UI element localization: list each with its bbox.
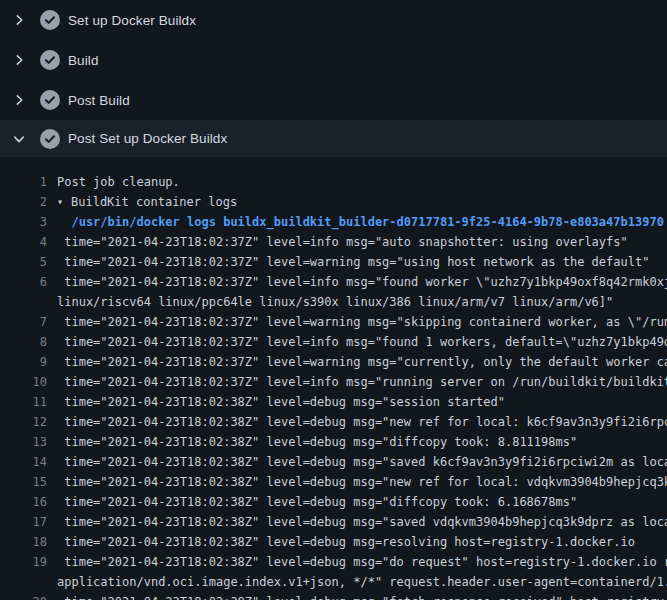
line-number[interactable]: 6 bbox=[0, 272, 47, 292]
log-line: 6 time="2021-04-23T18:02:37Z" level=info… bbox=[0, 272, 667, 292]
log-group-header[interactable]: 2 ▾BuildKit container logs bbox=[0, 192, 667, 212]
line-number[interactable]: 5 bbox=[0, 252, 47, 272]
log-text: time="2021-04-23T18:02:37Z" level=warnin… bbox=[57, 312, 667, 332]
log-line: 15 time="2021-04-23T18:02:38Z" level=deb… bbox=[0, 472, 667, 492]
log-text: Post job cleanup. bbox=[57, 172, 180, 192]
log-line-wrap: application/vnd.oci.image.index.v1+json,… bbox=[0, 572, 667, 592]
step-success-check-icon bbox=[40, 50, 60, 70]
log-line: 10 time="2021-04-23T18:02:37Z" level=inf… bbox=[0, 372, 667, 392]
log-text: time="2021-04-23T18:02:38Z" level=debug … bbox=[57, 432, 577, 452]
step-label: Set up Docker Buildx bbox=[68, 13, 196, 28]
log-text: time="2021-04-23T18:02:37Z" level=info m… bbox=[57, 372, 667, 392]
line-number[interactable]: 11 bbox=[0, 392, 47, 412]
line-number[interactable]: 10 bbox=[0, 372, 47, 392]
line-number[interactable]: 3 bbox=[0, 212, 47, 232]
log-line: 3 /usr/bin/docker logs buildx_buildkit_b… bbox=[0, 212, 667, 232]
log-line: 20 time="2021-04-23T18:02:38Z" level=deb… bbox=[0, 592, 667, 600]
log-command-text: /usr/bin/docker logs buildx_buildkit_bui… bbox=[57, 212, 664, 232]
step-success-check-icon bbox=[40, 90, 60, 110]
log-line: 13 time="2021-04-23T18:02:38Z" level=deb… bbox=[0, 432, 667, 452]
step-label: Post Set up Docker Buildx bbox=[68, 131, 227, 146]
line-number[interactable]: 14 bbox=[0, 452, 47, 472]
actions-log-viewer: Set up Docker Buildx Build Post Build Po… bbox=[0, 0, 667, 600]
group-label[interactable]: BuildKit container logs bbox=[71, 195, 237, 209]
log-line: 14 time="2021-04-23T18:02:38Z" level=deb… bbox=[0, 452, 667, 472]
log-line: 16 time="2021-04-23T18:02:38Z" level=deb… bbox=[0, 492, 667, 512]
log-text: time="2021-04-23T18:02:37Z" level=info m… bbox=[57, 272, 667, 292]
step-row-set-up-docker-buildx[interactable]: Set up Docker Buildx bbox=[0, 0, 667, 40]
log-line: 8 time="2021-04-23T18:02:37Z" level=info… bbox=[0, 332, 667, 352]
line-number[interactable]: 7 bbox=[0, 312, 47, 332]
log-text: time="2021-04-23T18:02:38Z" level=debug … bbox=[57, 592, 667, 600]
log-text: application/vnd.oci.image.index.v1+json,… bbox=[57, 572, 667, 592]
line-number[interactable]: 15 bbox=[0, 472, 47, 492]
group-toggle-icon[interactable]: ▾ bbox=[57, 192, 66, 212]
step-label: Post Build bbox=[68, 93, 130, 108]
line-number[interactable]: 1 bbox=[0, 172, 47, 192]
chevron-right-icon[interactable] bbox=[12, 94, 25, 107]
step-row-build[interactable]: Build bbox=[0, 40, 667, 80]
log-text: time="2021-04-23T18:02:37Z" level=info m… bbox=[57, 232, 628, 252]
log-text: time="2021-04-23T18:02:38Z" level=debug … bbox=[57, 492, 577, 512]
log-text: linux/riscv64 linux/ppc64le linux/s390x … bbox=[57, 292, 613, 312]
line-number[interactable]: 2 bbox=[0, 192, 47, 212]
chevron-right-icon[interactable] bbox=[12, 54, 25, 67]
log-text: time="2021-04-23T18:02:38Z" level=debug … bbox=[57, 532, 635, 552]
step-success-check-icon bbox=[40, 129, 60, 149]
line-number bbox=[0, 572, 47, 592]
log-text: time="2021-04-23T18:02:38Z" level=debug … bbox=[57, 392, 505, 412]
log-line: 9 time="2021-04-23T18:02:37Z" level=warn… bbox=[0, 352, 667, 372]
log-pane: 1 Post job cleanup. 2 ▾BuildKit containe… bbox=[0, 157, 667, 600]
log-line: 7 time="2021-04-23T18:02:37Z" level=warn… bbox=[0, 312, 667, 332]
log-line: 5 time="2021-04-23T18:02:37Z" level=warn… bbox=[0, 252, 667, 272]
log-line: 12 time="2021-04-23T18:02:38Z" level=deb… bbox=[0, 412, 667, 432]
line-number[interactable]: 18 bbox=[0, 532, 47, 552]
chevron-right-icon[interactable] bbox=[12, 14, 25, 27]
log-line: 11 time="2021-04-23T18:02:38Z" level=deb… bbox=[0, 392, 667, 412]
line-number[interactable]: 17 bbox=[0, 512, 47, 532]
log-text: time="2021-04-23T18:02:38Z" level=debug … bbox=[57, 552, 667, 572]
log-line-wrap: linux/riscv64 linux/ppc64le linux/s390x … bbox=[0, 292, 667, 312]
log-text: time="2021-04-23T18:02:38Z" level=debug … bbox=[57, 452, 667, 472]
log-text: time="2021-04-23T18:02:38Z" level=debug … bbox=[57, 472, 667, 492]
log-text: time="2021-04-23T18:02:37Z" level=info m… bbox=[57, 332, 667, 352]
log-text: time="2021-04-23T18:02:37Z" level=warnin… bbox=[57, 252, 649, 272]
line-number[interactable]: 9 bbox=[0, 352, 47, 372]
step-row-post-build[interactable]: Post Build bbox=[0, 80, 667, 120]
log-line: 17 time="2021-04-23T18:02:38Z" level=deb… bbox=[0, 512, 667, 532]
line-number[interactable]: 20 bbox=[0, 592, 47, 600]
log-line: 4 time="2021-04-23T18:02:37Z" level=info… bbox=[0, 232, 667, 252]
log-text: time="2021-04-23T18:02:38Z" level=debug … bbox=[57, 512, 667, 532]
line-number[interactable]: 19 bbox=[0, 552, 47, 572]
log-line: 18 time="2021-04-23T18:02:38Z" level=deb… bbox=[0, 532, 667, 552]
step-success-check-icon bbox=[40, 10, 60, 30]
log-text: time="2021-04-23T18:02:37Z" level=warnin… bbox=[57, 352, 667, 372]
log-line: 1 Post job cleanup. bbox=[0, 172, 667, 192]
line-number[interactable]: 4 bbox=[0, 232, 47, 252]
line-number[interactable]: 12 bbox=[0, 412, 47, 432]
log-text: time="2021-04-23T18:02:38Z" level=debug … bbox=[57, 412, 667, 432]
line-number[interactable]: 13 bbox=[0, 432, 47, 452]
line-number bbox=[0, 292, 47, 312]
log-line: 19 time="2021-04-23T18:02:38Z" level=deb… bbox=[0, 552, 667, 572]
step-row-post-set-up-docker-buildx[interactable]: Post Set up Docker Buildx bbox=[0, 120, 667, 157]
line-number[interactable]: 16 bbox=[0, 492, 47, 512]
step-label: Build bbox=[68, 53, 99, 68]
chevron-down-icon[interactable] bbox=[12, 132, 25, 145]
line-number[interactable]: 8 bbox=[0, 332, 47, 352]
